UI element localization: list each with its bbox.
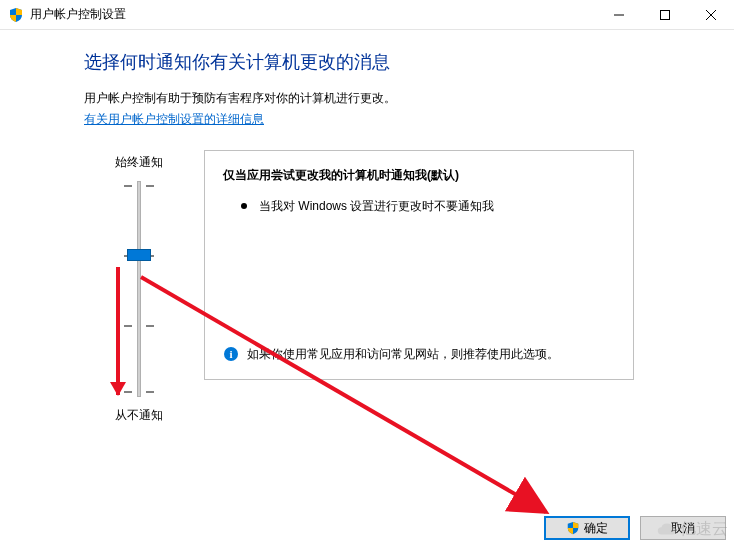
slider-label-always: 始终通知	[84, 154, 194, 171]
svg-rect-1	[661, 10, 670, 19]
minimize-button[interactable]	[596, 0, 642, 30]
uac-slider[interactable]	[84, 181, 194, 397]
shield-icon	[8, 7, 24, 23]
ok-button-label: 确定	[584, 520, 608, 537]
window-controls	[596, 0, 734, 30]
maximize-button[interactable]	[642, 0, 688, 30]
slider-area: 始终通知 从不通知 仅当应用尝试更改我的计算机时通知我(默认) 当我对 Wind…	[84, 154, 734, 424]
recommendation-text: 如果你使用常见应用和访问常见网站，则推荐使用此选项。	[247, 345, 559, 363]
window-title: 用户帐户控制设置	[30, 6, 596, 23]
svg-text:i: i	[229, 348, 232, 360]
title-bar: 用户帐户控制设置	[0, 0, 734, 30]
slider-tick	[124, 391, 154, 393]
slider-label-never: 从不通知	[84, 407, 194, 424]
annotation-arrow-down	[116, 267, 120, 395]
panel-title: 仅当应用尝试更改我的计算机时通知我(默认)	[223, 167, 615, 184]
close-button[interactable]	[688, 0, 734, 30]
button-bar: 确定 取消	[544, 516, 726, 540]
cancel-button-label: 取消	[671, 520, 695, 537]
page-heading: 选择何时通知你有关计算机更改的消息	[84, 50, 734, 74]
recommendation-row: i 如果你使用常见应用和访问常见网站，则推荐使用此选项。	[223, 345, 615, 363]
bullet-text: 当我对 Windows 设置进行更改时不要通知我	[259, 198, 494, 215]
info-panel: 仅当应用尝试更改我的计算机时通知我(默认) 当我对 Windows 设置进行更改…	[204, 150, 634, 380]
ok-button[interactable]: 确定	[544, 516, 630, 540]
content-area: 选择何时通知你有关计算机更改的消息 用户帐户控制有助于预防有害程序对你的计算机进…	[0, 30, 734, 424]
description-text: 用户帐户控制有助于预防有害程序对你的计算机进行更改。	[84, 90, 734, 107]
slider-column: 始终通知 从不通知	[84, 154, 194, 424]
shield-icon	[566, 521, 580, 535]
info-icon: i	[223, 346, 239, 362]
bullet-icon	[241, 203, 247, 209]
slider-thumb[interactable]	[127, 249, 151, 261]
bullet-row: 当我对 Windows 设置进行更改时不要通知我	[223, 198, 615, 215]
slider-tick	[124, 185, 154, 187]
slider-track-line	[137, 181, 141, 397]
more-info-link[interactable]: 有关用户帐户控制设置的详细信息	[84, 111, 264, 128]
slider-tick	[124, 325, 154, 327]
cancel-button[interactable]: 取消	[640, 516, 726, 540]
